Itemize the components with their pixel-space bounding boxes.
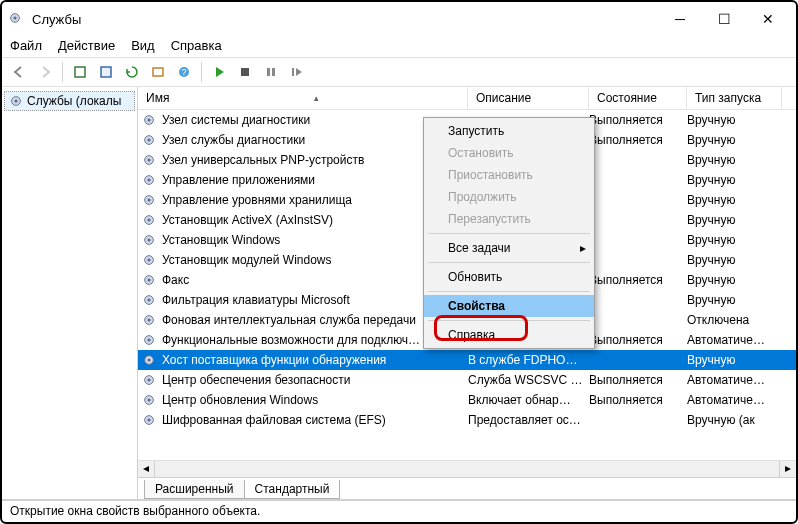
toolbar: ?	[2, 57, 796, 87]
svg-rect-4	[153, 68, 163, 76]
service-start: Вручную	[687, 113, 782, 127]
gear-icon	[142, 393, 156, 407]
svg-rect-3	[101, 67, 111, 77]
service-start: Вручную	[687, 293, 782, 307]
service-name: Центр обновления Windows	[162, 393, 468, 407]
toolbar-icon-1[interactable]	[69, 61, 91, 83]
gear-icon	[9, 94, 23, 108]
service-start: Отключена	[687, 313, 782, 327]
ctx-restart: Перезапустить	[424, 208, 594, 230]
ctx-all-tasks[interactable]: Все задачи▸	[424, 237, 594, 259]
gear-icon	[142, 133, 156, 147]
forward-button[interactable]	[34, 61, 56, 83]
menubar: Файл Действие Вид Справка	[2, 36, 796, 57]
gear-icon	[142, 293, 156, 307]
service-row[interactable]: Центр обновления WindowsВключает обнар…В…	[138, 390, 796, 410]
service-start: Автоматиче…	[687, 333, 782, 347]
service-state: Выполняется	[589, 333, 687, 347]
col-header-state[interactable]: Состояние	[589, 87, 687, 109]
gear-icon	[142, 113, 156, 127]
svg-rect-7	[241, 68, 249, 76]
toolbar-refresh-icon[interactable]	[121, 61, 143, 83]
service-name: Центр обеспечения безопасности	[162, 373, 468, 387]
toolbar-icon-4[interactable]	[147, 61, 169, 83]
ctx-help[interactable]: Справка	[424, 324, 594, 346]
statusbar: Открытие окна свойств выбранного объекта…	[2, 500, 796, 522]
tree-item-label: Службы (локалы	[27, 94, 121, 108]
service-start: Вручную	[687, 273, 782, 287]
tab-extended[interactable]: Расширенный	[144, 480, 245, 499]
service-state: Выполняется	[589, 393, 687, 407]
toolbar-help-icon[interactable]: ?	[173, 61, 195, 83]
svg-rect-8	[267, 68, 270, 76]
restart-button[interactable]	[286, 61, 308, 83]
content-area: Службы (локалы Имя▲ Описание Состояние Т…	[2, 87, 796, 500]
service-desc: Служба WSCSVC …	[468, 373, 589, 387]
chevron-right-icon: ▸	[580, 241, 586, 255]
col-header-desc[interactable]: Описание	[468, 87, 589, 109]
horizontal-scrollbar[interactable]: ◂▸	[138, 460, 796, 477]
service-start: Автоматиче…	[687, 393, 782, 407]
close-button[interactable]: ✕	[746, 4, 790, 34]
gear-icon	[142, 213, 156, 227]
ctx-resume: Продолжить	[424, 186, 594, 208]
maximize-button[interactable]: ☐	[702, 4, 746, 34]
svg-rect-9	[272, 68, 275, 76]
service-state: Выполняется	[589, 273, 687, 287]
svg-text:?: ?	[181, 67, 186, 77]
pause-button[interactable]	[260, 61, 282, 83]
service-name: Хост поставщика функции обнаружения	[162, 353, 468, 367]
titlebar: Службы ─ ☐ ✕	[2, 2, 796, 36]
service-row[interactable]: Хост поставщика функции обнаруженияВ слу…	[138, 350, 796, 370]
service-start: Вручную	[687, 253, 782, 267]
service-start: Вручную	[687, 213, 782, 227]
menu-file[interactable]: Файл	[10, 38, 42, 53]
gear-icon	[142, 373, 156, 387]
service-state: Выполняется	[589, 133, 687, 147]
stop-button[interactable]	[234, 61, 256, 83]
service-start: Вручную	[687, 173, 782, 187]
minimize-button[interactable]: ─	[658, 4, 702, 34]
tree-item-services-local[interactable]: Службы (локалы	[4, 91, 135, 111]
service-start: Вручную	[687, 233, 782, 247]
sort-indicator-icon: ▲	[312, 94, 320, 103]
ctx-refresh[interactable]: Обновить	[424, 266, 594, 288]
tab-standard[interactable]: Стандартный	[244, 480, 341, 499]
tabs: Расширенный Стандартный	[138, 477, 796, 499]
menu-action[interactable]: Действие	[58, 38, 115, 53]
menu-help[interactable]: Справка	[171, 38, 222, 53]
app-icon	[8, 11, 24, 27]
col-header-name[interactable]: Имя▲	[138, 87, 468, 109]
service-row[interactable]: Шифрованная файловая система (EFS)Предос…	[138, 410, 796, 430]
service-desc: Включает обнар…	[468, 393, 589, 407]
col-header-start[interactable]: Тип запуска	[687, 87, 782, 109]
play-button[interactable]	[208, 61, 230, 83]
service-name: Шифрованная файловая система (EFS)	[162, 413, 468, 427]
context-menu: Запустить Остановить Приостановить Продо…	[423, 117, 595, 349]
gear-icon	[142, 273, 156, 287]
service-start: Вручную	[687, 193, 782, 207]
service-state: Выполняется	[589, 113, 687, 127]
gear-icon	[142, 253, 156, 267]
left-tree-pane: Службы (локалы	[2, 87, 138, 499]
toolbar-icon-2[interactable]	[95, 61, 117, 83]
service-desc: Предоставляет ос…	[468, 413, 589, 427]
ctx-start[interactable]: Запустить	[424, 120, 594, 142]
gear-icon	[142, 193, 156, 207]
gear-icon	[142, 413, 156, 427]
ctx-properties[interactable]: Свойства	[424, 295, 594, 317]
svg-rect-10	[292, 68, 294, 76]
service-row[interactable]: Центр обеспечения безопасностиСлужба WSC…	[138, 370, 796, 390]
gear-icon	[142, 153, 156, 167]
service-start: Автоматиче…	[687, 373, 782, 387]
service-state: Выполняется	[589, 373, 687, 387]
list-header: Имя▲ Описание Состояние Тип запуска	[138, 87, 796, 110]
gear-icon	[142, 333, 156, 347]
gear-icon	[142, 353, 156, 367]
service-start: Вручную	[687, 153, 782, 167]
back-button[interactable]	[8, 61, 30, 83]
service-start: Вручную	[687, 133, 782, 147]
gear-icon	[142, 173, 156, 187]
menu-view[interactable]: Вид	[131, 38, 155, 53]
gear-icon	[142, 233, 156, 247]
